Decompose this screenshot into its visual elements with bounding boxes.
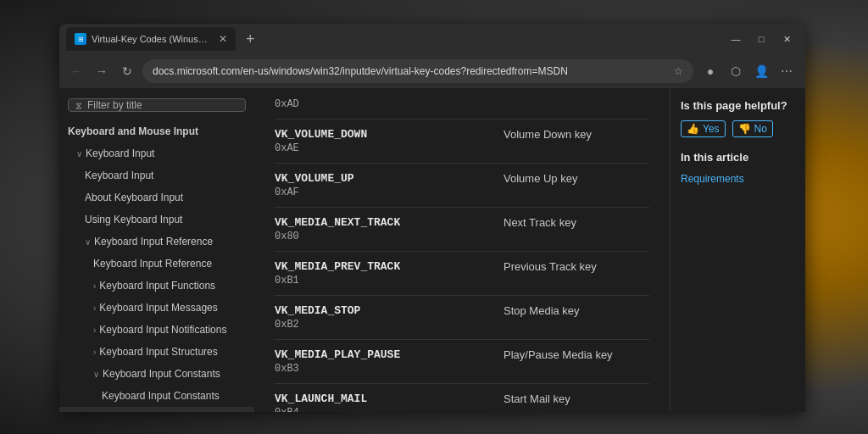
helpful-buttons: 👍 Yes 👎 No — [681, 120, 795, 137]
filter-placeholder: Filter by title — [87, 99, 142, 111]
vk-row: VK_VOLUME_UP 0xAF Volume Up key — [275, 172, 649, 198]
chevron-icon: ∨ — [85, 236, 91, 248]
url-text: docs.microsoft.com/en-us/windows/win32/i… — [153, 65, 568, 77]
vk-entry-0xad: 0xAD — [275, 88, 649, 120]
vk-left: 0xAD — [275, 97, 470, 110]
filter-box[interactable]: ⧖ Filter by title — [68, 98, 246, 112]
menu-icon[interactable]: ⋯ — [775, 59, 798, 83]
article-title: In this article — [681, 151, 795, 164]
tab-close-button[interactable]: ✕ — [219, 33, 227, 45]
vk-hex: 0x80 — [275, 231, 470, 242]
no-button[interactable]: 👎 No — [732, 120, 773, 137]
sidebar-item-keyboard-ref[interactable]: ∨ Keyboard Input Reference — [59, 231, 254, 253]
new-tab-button[interactable]: + — [241, 31, 260, 48]
url-icons: ☆ — [674, 65, 683, 77]
vk-left: VK_VOLUME_DOWN 0xAE — [275, 128, 470, 154]
thumbs-down-icon: 👎 — [738, 123, 751, 135]
vk-row: VK_MEDIA_PREV_TRACK 0xB1 Previous Track … — [275, 260, 649, 287]
vk-hex: 0xB4 — [275, 407, 470, 412]
vk-name: VK_MEDIA_PLAY_PAUSE — [275, 348, 470, 361]
content-area: ⧖ Filter by title Keyboard and Mouse Inp… — [59, 88, 805, 412]
back-button[interactable]: ← — [66, 61, 86, 81]
sidebar-item-about-keyboard[interactable]: About Keyboard Input — [59, 186, 254, 209]
doc-content: 0xAD VK_VOLUME_DOWN 0xAE Volume Down key — [254, 88, 670, 412]
vk-hex: 0xB1 — [275, 275, 470, 287]
close-button[interactable]: ✕ — [775, 31, 798, 47]
sidebar-item-keyboard-messages[interactable]: › Keyboard Input Messages — [59, 297, 254, 319]
chevron-icon: › — [93, 324, 96, 337]
vk-left: VK_MEDIA_PREV_TRACK 0xB1 — [275, 260, 470, 287]
sidebar-label: Keyboard Input Reference — [93, 256, 212, 271]
vk-desc: Previous Track key — [504, 260, 597, 273]
doc-area[interactable]: 0xAD VK_VOLUME_DOWN 0xAE Volume Down key — [254, 88, 670, 412]
sidebar-label: Keyboard Input — [85, 168, 153, 183]
vk-desc: Start Mail key — [504, 392, 570, 405]
vk-name: VK_VOLUME_DOWN — [275, 128, 470, 141]
chevron-icon: › — [93, 280, 96, 292]
sidebar-item-using-keyboard[interactable]: Using Keyboard Input — [59, 209, 254, 231]
vk-entry-launch-mail: VK_LAUNCH_MAIL 0xB4 Start Mail key — [275, 384, 649, 412]
sidebar-label: Keyboard Input Structures — [99, 344, 217, 359]
star-icon[interactable]: ☆ — [674, 65, 683, 77]
maximize-button[interactable]: □ — [749, 31, 773, 47]
sidebar-item-keyboard-ref-link[interactable]: Keyboard Input Reference — [59, 253, 254, 275]
sidebar-label: Virtual-Key Codes — [102, 410, 184, 412]
url-bar[interactable]: docs.microsoft.com/en-us/windows/win32/i… — [142, 59, 693, 83]
vk-name: VK_MEDIA_NEXT_TRACK — [275, 216, 470, 229]
sidebar-item-keyboard-constants-link[interactable]: Keyboard Input Constants — [59, 385, 254, 407]
thumbs-up-icon: 👍 — [687, 123, 699, 135]
sidebar-label: Keyboard Input Messages — [99, 300, 217, 315]
vk-hex: 0xB3 — [275, 363, 470, 375]
vk-name: VK_MEDIA_STOP — [275, 304, 470, 317]
sidebar-item-virtual-key-codes[interactable]: Virtual-Key Codes — [59, 407, 254, 412]
profile-icon[interactable]: ● — [698, 59, 722, 83]
vk-desc: Volume Up key — [504, 172, 577, 185]
vk-entry-media-prev-track: VK_MEDIA_PREV_TRACK 0xB1 Previous Track … — [275, 252, 649, 296]
chevron-icon: › — [93, 302, 96, 314]
sidebar-item-keyboard-functions[interactable]: › Keyboard Input Functions — [59, 275, 254, 297]
sidebar-label: Keyboard Input Constants — [102, 388, 220, 403]
vk-name: VK_VOLUME_UP — [275, 172, 470, 185]
yes-label: Yes — [703, 123, 720, 135]
sidebar-label: Keyboard Input Functions — [99, 278, 215, 293]
sidebar-label: About Keyboard Input — [85, 190, 183, 205]
sidebar-label: Using Keyboard Input — [85, 212, 182, 227]
vk-desc: Volume Down key — [504, 128, 592, 141]
browser-window: Virtual-Key Codes (Winuser.h) - ✕ + — □ … — [59, 24, 805, 412]
sidebar-label: Keyboard and Mouse Input — [68, 124, 198, 139]
vk-entry-volume-down: VK_VOLUME_DOWN 0xAE Volume Down key — [275, 120, 649, 164]
sidebar-item-keyboard-mouse[interactable]: Keyboard and Mouse Input — [59, 120, 254, 142]
sidebar-label: Keyboard Input Constants — [103, 366, 220, 381]
chevron-icon: ∨ — [76, 147, 82, 160]
browser-tab[interactable]: Virtual-Key Codes (Winuser.h) - ✕ — [66, 27, 236, 51]
vk-hex: 0xAD — [275, 98, 470, 110]
account-icon[interactable]: 👤 — [749, 59, 773, 83]
title-bar: Virtual-Key Codes (Winuser.h) - ✕ + — □ … — [59, 24, 805, 54]
extensions-icon[interactable]: ⬡ — [724, 59, 748, 83]
refresh-button[interactable]: ↻ — [117, 61, 137, 81]
vk-entry-media-play-pause: VK_MEDIA_PLAY_PAUSE 0xB3 Play/Pause Medi… — [275, 340, 649, 384]
vk-left: VK_VOLUME_UP 0xAF — [275, 172, 470, 198]
vk-row: VK_MEDIA_PLAY_PAUSE 0xB3 Play/Pause Medi… — [275, 348, 649, 375]
vk-row: VK_VOLUME_DOWN 0xAE Volume Down key — [275, 128, 649, 154]
vk-hex: 0xB2 — [275, 319, 470, 331]
vk-entry-media-stop: VK_MEDIA_STOP 0xB2 Stop Media key — [275, 296, 649, 340]
sidebar-item-keyboard-structures[interactable]: › Keyboard Input Structures — [59, 341, 254, 363]
sidebar-label: Keyboard Input — [86, 146, 154, 161]
sidebar-item-keyboard-input-top[interactable]: ∨ Keyboard Input — [59, 142, 254, 164]
vk-left: VK_MEDIA_STOP 0xB2 — [275, 304, 470, 331]
helpful-title: Is this page helpful? — [681, 98, 795, 114]
sidebar-item-keyboard-notifications[interactable]: › Keyboard Input Notifications — [59, 319, 254, 341]
filter-icon: ⧖ — [75, 100, 82, 111]
forward-button[interactable]: → — [92, 61, 112, 81]
window-controls: — □ ✕ — [724, 31, 798, 47]
sidebar-item-keyboard-constants[interactable]: ∨ Keyboard Input Constants — [59, 363, 254, 385]
sidebar-item-keyboard-input[interactable]: Keyboard Input — [59, 164, 254, 186]
minimize-button[interactable]: — — [724, 31, 748, 47]
requirements-link[interactable]: Requirements — [681, 173, 744, 185]
sidebar-label: Keyboard Input Notifications — [99, 322, 226, 337]
sidebar-label: Keyboard Input Reference — [94, 234, 213, 249]
browser-menu-icons: ● ⬡ 👤 ⋯ — [698, 59, 798, 83]
yes-button[interactable]: 👍 Yes — [681, 120, 726, 137]
vk-row: VK_LAUNCH_MAIL 0xB4 Start Mail key — [275, 392, 649, 412]
